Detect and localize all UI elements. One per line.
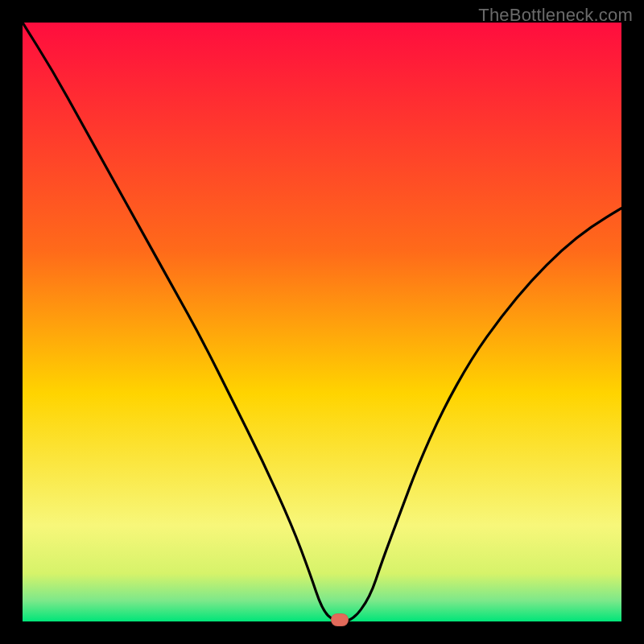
- gradient-background: [23, 23, 621, 621]
- bottleneck-plot: [23, 23, 621, 621]
- optimal-point-marker: [331, 613, 349, 626]
- watermark-text: TheBottleneck.com: [478, 5, 633, 26]
- chart-frame: TheBottleneck.com: [0, 0, 644, 644]
- plot-area: [23, 23, 621, 621]
